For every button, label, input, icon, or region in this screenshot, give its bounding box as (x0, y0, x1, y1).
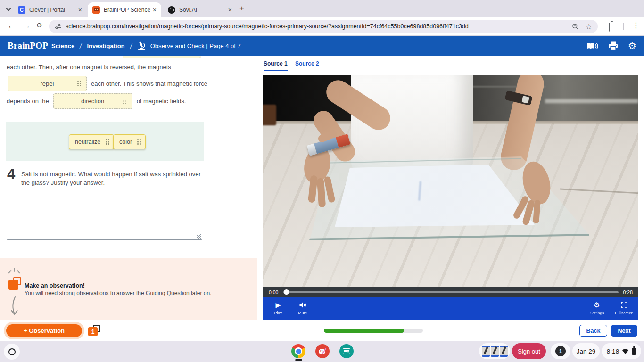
blank-repel[interactable]: repel (8, 76, 87, 91)
battery-icon (632, 348, 636, 355)
drag-handle-icon[interactable] (137, 139, 141, 145)
forward-icon[interactable]: → (23, 21, 31, 31)
clever-favicon: C (18, 6, 25, 14)
launcher-button[interactable] (4, 344, 20, 360)
new-tab-button[interactable]: + (239, 4, 244, 13)
down-arrow-icon (9, 296, 21, 318)
blank-value: direction (81, 98, 104, 105)
drag-handle-icon[interactable] (77, 81, 81, 87)
tab-clever-portal[interactable]: C Clever | Portal × (13, 2, 87, 17)
video-player[interactable]: 0:00 0:28 ▶ Play Mute ⚙ Settings (263, 75, 638, 320)
reload-icon[interactable]: ⟳ (37, 21, 43, 30)
observation-banner (0, 258, 257, 320)
site-info-icon[interactable] (55, 23, 61, 30)
close-icon[interactable]: × (77, 7, 83, 13)
window-thumbnail[interactable] (500, 346, 508, 357)
print-icon[interactable] (608, 41, 618, 50)
duration: 0:28 (623, 289, 633, 295)
window-thumbnails[interactable] (479, 343, 510, 359)
zoom-icon[interactable] (572, 23, 579, 30)
video-frame[interactable] (263, 75, 638, 287)
lesson-progress-bar (324, 329, 423, 333)
sovi-favicon (168, 6, 175, 14)
tab-separator (237, 5, 237, 12)
tab-source-1[interactable]: Source 1 (264, 60, 288, 71)
browser-tab-strip: C Clever | Portal × BrainPOP Science × S… (0, 0, 644, 17)
settings-gear-icon[interactable]: ⚙ (628, 41, 636, 50)
brainpop-logo[interactable]: BrainPOP (8, 41, 48, 51)
toolbar-divider (623, 23, 624, 30)
panel-divider (257, 56, 257, 320)
drag-handle-icon[interactable] (106, 139, 109, 145)
canvas-app-icon[interactable] (315, 344, 330, 358)
question-number: 4 (7, 166, 15, 183)
drag-handle-icon[interactable] (123, 99, 127, 104)
player-settings-icon: ⚙ (586, 301, 608, 309)
player-settings-button[interactable]: ⚙ Settings (586, 301, 608, 315)
video-control-bar: ▶ Play Mute ⚙ Settings Fullscreen (263, 297, 638, 320)
video-progress-strip: 0:00 0:28 (263, 287, 638, 297)
word-chip-neutralize[interactable]: neutralize (69, 134, 114, 149)
word-chip-label: neutralize (75, 139, 100, 145)
play-button[interactable]: ▶ Play (267, 301, 289, 315)
tab-title: Sovi.AI (179, 7, 227, 13)
add-observation-button[interactable]: + Observation (6, 324, 82, 337)
status-tray[interactable]: 8:18 (602, 343, 641, 359)
tab-brainpop-science[interactable]: BrainPOP Science × (88, 2, 161, 17)
question-text: Salt is not magnetic. What would happen … (21, 170, 201, 187)
tab-search-chevron-icon[interactable] (6, 6, 11, 11)
breadcrumb-separator: / (79, 42, 83, 50)
mute-button[interactable]: Mute (291, 301, 314, 315)
close-icon[interactable]: × (227, 7, 233, 13)
sparkle-icon (9, 268, 21, 275)
exercise-line-1: each other. Then, after one magnet is re… (7, 64, 171, 71)
exercise-line-2: each other. This shows that magnetic for… (91, 80, 207, 87)
date-display[interactable]: Jan 29 (572, 343, 600, 359)
exercise-line-3-prefix: depends on the (7, 98, 49, 105)
read-aloud-icon[interactable] (586, 41, 598, 50)
menu-kebab-icon[interactable]: ⋮ (632, 21, 640, 30)
back-icon[interactable]: ← (8, 21, 16, 31)
exercise-line-3-suffix: of magnetic fields. (137, 98, 186, 105)
address-bar[interactable]: science.brainpop.com/investigation/magne… (49, 20, 598, 33)
window-thumbnail[interactable] (482, 346, 490, 357)
microscope-icon (137, 41, 146, 50)
fullscreen-button[interactable]: Fullscreen (613, 301, 636, 315)
video-seek-bar[interactable] (283, 291, 618, 293)
textarea-resize-handle[interactable] (197, 234, 201, 239)
launcher-icon (8, 348, 16, 355)
word-chip-label: color (119, 139, 132, 145)
url-text: science.brainpop.com/investigation/magne… (66, 23, 565, 30)
page-status-label: Observe and Check | Page 4 of 7 (150, 42, 241, 49)
answer-textarea[interactable] (7, 197, 202, 240)
breadcrumb-separator: / (129, 42, 132, 50)
window-thumbnail[interactable] (491, 346, 499, 357)
breadcrumb-investigation[interactable]: Investigation (87, 42, 124, 49)
mute-icon (291, 301, 314, 309)
sign-out-button[interactable]: Sign out (512, 343, 546, 359)
observation-title: Make an observation! (25, 282, 85, 289)
notification-pill[interactable]: 1 (551, 343, 570, 359)
extensions-icon[interactable] (609, 23, 610, 32)
tab-title: Clever | Portal (29, 7, 77, 13)
close-icon[interactable]: × (152, 7, 157, 13)
brand-product-label: Science (51, 42, 74, 49)
bookmark-star-icon[interactable]: ☆ (586, 22, 592, 31)
brainpop-header: BrainPOP Science / Investigation / Obser… (0, 36, 644, 56)
next-button[interactable]: Next (611, 325, 637, 337)
word-chip-color[interactable]: color (113, 134, 146, 149)
tab-sovi-ai[interactable]: Sovi.AI × (163, 2, 237, 17)
explore-app-icon[interactable] (339, 344, 354, 358)
seek-knob[interactable] (284, 289, 289, 295)
clock: 8:18 (607, 348, 619, 355)
chrome-active-indicator (295, 359, 302, 361)
observation-count-badge[interactable]: 1 (88, 327, 98, 336)
back-button[interactable]: Back (579, 325, 607, 337)
notification-count-badge: 1 (555, 346, 566, 356)
note-icon (8, 280, 18, 290)
blank-direction[interactable]: direction (53, 93, 132, 109)
tab-source-2[interactable]: Source 2 (295, 60, 319, 70)
brainpop-favicon (92, 6, 100, 14)
chrome-icon[interactable] (291, 344, 305, 358)
tab-title: BrainPOP Science (104, 7, 152, 13)
